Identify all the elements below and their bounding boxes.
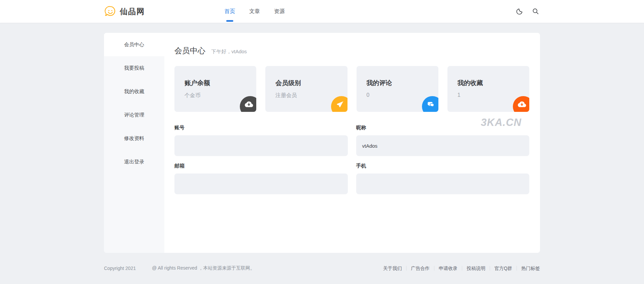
account-label: 账号	[174, 125, 348, 131]
sidebar-item-comment-management[interactable]: 评论管理	[104, 103, 164, 127]
page-title: 会员中心	[174, 46, 205, 56]
card-title: 我的收藏	[458, 79, 529, 87]
search-button[interactable]	[531, 7, 540, 16]
sidebar-item-submit-post[interactable]: 我要投稿	[104, 56, 164, 80]
account-input[interactable]	[174, 135, 348, 156]
field-account: 账号	[174, 125, 348, 156]
cloud-download-icon	[518, 100, 526, 109]
site-watermark: 3KA.CN	[481, 117, 522, 129]
comments-badge	[422, 96, 438, 112]
comments-icon	[427, 100, 435, 109]
footer-link-about[interactable]: 关于我们	[379, 266, 406, 271]
footer-link-ads[interactable]: 广告合作	[406, 266, 434, 271]
sidebar: 会员中心 我要投稿 我的收藏 评论管理 修改资料 退出登录	[104, 33, 164, 253]
site-name: 仙品网	[120, 6, 145, 17]
footer-link-apply-inclusion[interactable]: 申请收录	[434, 266, 462, 271]
footer-copyright-block: Copyright 2021 @ All rights Reserved ，本站…	[104, 265, 255, 271]
header-actions	[515, 7, 540, 16]
paper-plane-icon	[336, 100, 344, 109]
footer-container: Copyright 2021 @ All rights Reserved ，本站…	[104, 253, 540, 271]
content-area: 会员中心 下午好，vtAdos 账户余额 个金币 会员级别 注册会员	[164, 33, 540, 253]
sidebar-item-my-favorites[interactable]: 我的收藏	[104, 80, 164, 103]
footer: Copyright 2021 @ All rights Reserved ，本站…	[0, 253, 644, 271]
search-icon	[532, 8, 539, 15]
profile-form: 账号 昵称 邮箱 手机	[174, 125, 529, 194]
card-title: 我的评论	[367, 79, 438, 87]
main-nav: 首页 文章 资源	[224, 0, 285, 23]
member-center-panel: 会员中心 我要投稿 我的收藏 评论管理 修改资料 退出登录 会员中心 下午好，v…	[104, 33, 540, 253]
footer-link-submission-guide[interactable]: 投稿说明	[462, 266, 490, 271]
card-title: 账户余额	[184, 79, 256, 87]
email-input[interactable]	[174, 173, 348, 194]
copyright-text: Copyright 2021	[104, 266, 136, 271]
top-header: 仙品网 首页 文章 资源	[0, 0, 644, 23]
field-phone: 手机	[356, 163, 530, 194]
site-logo[interactable]: 仙品网	[104, 5, 145, 18]
moon-icon	[516, 8, 523, 15]
cloud-download-icon	[245, 100, 253, 109]
stat-card-my-comments: 我的评论 0	[357, 66, 438, 112]
greeting-text: 下午好，vtAdos	[211, 49, 247, 55]
nickname-input[interactable]	[356, 135, 530, 156]
dark-mode-toggle-button[interactable]	[515, 7, 524, 16]
stat-cards: 账户余额 个金币 会员级别 注册会员	[174, 66, 529, 112]
stat-card-member-level: 会员级别 注册会员	[265, 66, 347, 112]
smiley-logo-icon	[104, 5, 117, 18]
sidebar-item-logout[interactable]: 退出登录	[104, 150, 164, 173]
email-label: 邮箱	[174, 163, 348, 169]
phone-input[interactable]	[356, 173, 530, 194]
header-container: 仙品网 首页 文章 资源	[104, 0, 540, 23]
nav-item-resources[interactable]: 资源	[274, 0, 285, 23]
phone-label: 手机	[356, 163, 530, 169]
footer-link-official-q-group[interactable]: 官方Q群	[490, 266, 517, 271]
footer-link-hot-tags[interactable]: 热门标签	[517, 266, 540, 271]
content-header: 会员中心 下午好，vtAdos	[174, 46, 529, 56]
sidebar-item-edit-profile[interactable]: 修改资料	[104, 127, 164, 150]
sidebar-item-member-center[interactable]: 会员中心	[104, 33, 164, 56]
field-email: 邮箱	[174, 163, 348, 194]
rights-text: @ All rights Reserved ，本站资源来源于互联网。	[152, 265, 255, 271]
nav-item-home[interactable]: 首页	[224, 0, 235, 23]
field-nickname: 昵称	[356, 125, 530, 156]
nav-item-articles[interactable]: 文章	[249, 0, 260, 23]
favorites-badge	[513, 96, 529, 112]
card-title: 会员级别	[275, 79, 347, 87]
stat-card-my-favorites: 我的收藏 1	[447, 66, 529, 112]
stat-card-balance: 账户余额 个金币	[174, 66, 256, 112]
footer-links: 关于我们 广告合作 申请收录 投稿说明 官方Q群 热门标签	[379, 266, 540, 271]
